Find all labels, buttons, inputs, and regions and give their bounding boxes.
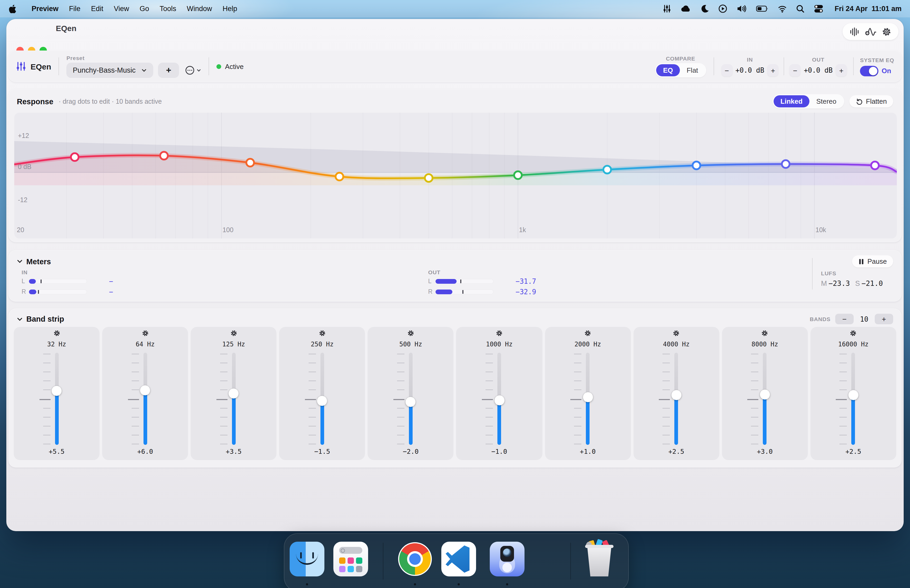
- slider-knob[interactable]: [140, 385, 150, 395]
- battery-icon[interactable]: [756, 4, 769, 13]
- mode-option-stereo[interactable]: Stereo: [810, 95, 844, 107]
- add-waveform-icon[interactable]: [865, 27, 876, 37]
- dock-item-camera-app[interactable]: [490, 542, 525, 577]
- menu-item-help[interactable]: Help: [217, 5, 242, 13]
- volume-icon[interactable]: [736, 4, 747, 13]
- window-titlebar[interactable]: EQen: [6, 19, 904, 42]
- response-dot-32hz[interactable]: [71, 153, 78, 161]
- in-meters: INL−R−: [22, 269, 141, 296]
- dock-item-vscode[interactable]: [441, 542, 476, 577]
- moon-icon[interactable]: [700, 4, 710, 13]
- menu-item-file[interactable]: File: [64, 5, 86, 13]
- band-settings-gear-icon[interactable]: [407, 330, 414, 337]
- control-center-icon[interactable]: [814, 4, 824, 13]
- chevron-down-icon[interactable]: [17, 316, 23, 322]
- response-dot-125hz[interactable]: [246, 159, 254, 166]
- menu-item-window[interactable]: Window: [181, 5, 217, 13]
- band-settings-gear-icon[interactable]: [53, 330, 60, 337]
- mode-option-linked[interactable]: Linked: [774, 95, 810, 107]
- band-settings-gear-icon[interactable]: [318, 330, 326, 337]
- preset-dropdown[interactable]: Punchy-Bass-Music: [66, 63, 153, 78]
- wifi-icon[interactable]: [778, 4, 787, 13]
- band-frequency-label: 64 Hz: [102, 341, 188, 348]
- band-settings-gear-icon[interactable]: [850, 330, 857, 337]
- band-settings-gear-icon[interactable]: [672, 330, 680, 337]
- slider-knob[interactable]: [229, 389, 239, 399]
- remove-band-button[interactable]: −: [835, 314, 853, 324]
- band-gain-slider[interactable]: [143, 353, 147, 445]
- band-settings-gear-icon[interactable]: [584, 330, 592, 337]
- eq-response-plot[interactable]: +120 dB-12201001k10k: [14, 113, 897, 239]
- slider-tick: [574, 363, 581, 363]
- flatten-button[interactable]: Flatten: [850, 95, 894, 107]
- gear-icon[interactable]: [882, 27, 892, 37]
- equalizer-icon[interactable]: [663, 4, 671, 13]
- slider-knob[interactable]: [406, 397, 416, 407]
- system-eq-toggle[interactable]: [860, 66, 878, 76]
- preset-more-button[interactable]: [185, 65, 201, 75]
- slider-knob[interactable]: [671, 390, 681, 400]
- response-dot-250hz[interactable]: [336, 173, 343, 180]
- out-gain-decrease-button[interactable]: −: [790, 64, 801, 76]
- slider-knob[interactable]: [849, 390, 858, 400]
- apple-menu-icon[interactable]: [8, 5, 17, 13]
- eq-response-graph[interactable]: +120 dB-12201001k10k: [14, 113, 897, 239]
- band-settings-gear-icon[interactable]: [496, 330, 503, 337]
- slider-knob[interactable]: [583, 393, 593, 402]
- band-gain-slider[interactable]: [586, 353, 590, 445]
- chrome-icon: [398, 542, 432, 576]
- response-dot-1000hz[interactable]: [514, 171, 522, 179]
- pause-meters-button[interactable]: Pause: [852, 255, 893, 267]
- add-preset-button[interactable]: +: [158, 63, 179, 78]
- dock-item-chrome[interactable]: [398, 542, 432, 577]
- menu-item-go[interactable]: Go: [134, 5, 154, 13]
- menu-item-tools[interactable]: Tools: [154, 5, 181, 13]
- response-dot-16000hz[interactable]: [871, 162, 879, 169]
- cloud-icon[interactable]: [680, 4, 692, 13]
- menu-item-view[interactable]: View: [108, 5, 134, 13]
- band-gain-slider[interactable]: [232, 353, 235, 445]
- slider-tick: [220, 354, 227, 354]
- band-gain-slider[interactable]: [320, 353, 324, 445]
- response-dot-500hz[interactable]: [425, 174, 432, 182]
- dock-item-trash[interactable]: [582, 542, 617, 577]
- slider-knob[interactable]: [760, 389, 770, 399]
- response-dot-2000hz[interactable]: [603, 166, 611, 173]
- add-band-button[interactable]: +: [875, 314, 893, 324]
- in-gain-increase-button[interactable]: +: [768, 64, 779, 76]
- dock-item-finder[interactable]: [289, 542, 324, 577]
- slider-fill: [320, 401, 324, 445]
- band-gain-slider[interactable]: [409, 353, 412, 445]
- band-settings-gear-icon[interactable]: [141, 330, 149, 337]
- lufs-m-value: −23.3: [829, 279, 850, 288]
- out-gain-increase-button[interactable]: +: [836, 64, 847, 76]
- eqen-logo-icon: [16, 61, 26, 72]
- band-gain-slider[interactable]: [852, 353, 855, 445]
- menu-item-preview[interactable]: Preview: [26, 5, 64, 13]
- band-settings-gear-icon[interactable]: [761, 330, 769, 337]
- slider-knob[interactable]: [52, 386, 61, 396]
- band-cell-32hz: 32 Hz+5.5: [14, 327, 100, 460]
- slider-tick: [397, 363, 404, 363]
- band-gain-slider[interactable]: [763, 353, 767, 445]
- menu-clock[interactable]: Fri 24 Apr 11:01 am: [835, 5, 902, 13]
- response-dot-4000hz[interactable]: [692, 162, 700, 169]
- menu-item-edit[interactable]: Edit: [86, 5, 109, 13]
- slider-tick: [840, 444, 847, 444]
- response-dot-8000hz[interactable]: [782, 160, 789, 168]
- band-gain-slider[interactable]: [498, 353, 501, 445]
- slider-knob[interactable]: [494, 395, 504, 405]
- slider-knob[interactable]: [317, 396, 327, 406]
- chevron-down-icon[interactable]: [17, 258, 23, 264]
- compare-option-eq[interactable]: EQ: [656, 64, 680, 76]
- band-settings-gear-icon[interactable]: [230, 330, 237, 337]
- dock-item-apps[interactable]: [333, 542, 368, 577]
- band-gain-slider[interactable]: [674, 353, 678, 445]
- band-gain-slider[interactable]: [55, 353, 58, 445]
- response-dot-64hz[interactable]: [160, 152, 168, 160]
- play-circle-icon[interactable]: [718, 4, 727, 13]
- levels-icon[interactable]: [849, 27, 860, 37]
- spotlight-icon[interactable]: [796, 4, 805, 13]
- compare-option-flat[interactable]: Flat: [680, 64, 705, 76]
- in-gain-decrease-button[interactable]: −: [721, 64, 732, 76]
